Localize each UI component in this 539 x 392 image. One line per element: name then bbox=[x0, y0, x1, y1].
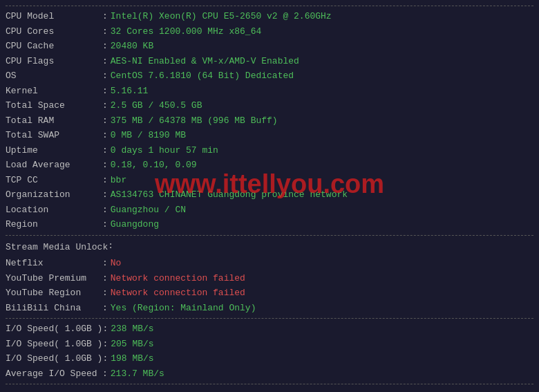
avg-io-value: 213.7 MB/s bbox=[111, 367, 164, 381]
youtube-premium-label: YouTube Premium bbox=[6, 272, 102, 286]
kernel-label: Kernel bbox=[6, 84, 102, 98]
netflix-label: Netflix bbox=[6, 256, 102, 270]
cpu-cores-label: CPU Cores bbox=[6, 25, 102, 39]
io3-row: I/O Speed( 1.0GB ) : 198 MB/s bbox=[6, 351, 533, 366]
bilibili-label: BiliBili China bbox=[6, 301, 102, 315]
kernel-value: 5.16.11 bbox=[111, 84, 149, 98]
region-value: Guangdong bbox=[111, 218, 159, 232]
tcp-cc-label: TCP CC bbox=[6, 174, 102, 187]
kernel-row: Kernel : 5.16.11 bbox=[6, 84, 533, 99]
youtube-premium-value: Network connection failed bbox=[111, 272, 245, 286]
geekbench-title-row: Geekbench v5 CPU Benchmark: bbox=[6, 387, 533, 392]
youtube-region-row: YouTube Region : Network connection fail… bbox=[6, 286, 533, 301]
load-avg-value: 0.18, 0.10, 0.09 bbox=[111, 158, 197, 172]
location-label: Location bbox=[6, 203, 102, 217]
cpu-flags-row: CPU Flags : AES-NI Enabled & VM-x/AMD-V … bbox=[6, 54, 533, 69]
cpu-cache-value: 20480 KB bbox=[111, 39, 153, 53]
cpu-model-value: Intel(R) Xeon(R) CPU E5-2650 v2 @ 2.60GH… bbox=[111, 10, 332, 24]
total-space-value: 2.5 GB / 450.5 GB bbox=[111, 99, 202, 113]
bilibili-row: BiliBili China : Yes (Region: Mainland O… bbox=[6, 301, 533, 316]
io2-value: 205 MB/s bbox=[111, 337, 153, 351]
os-value: CentOS 7.6.1810 (64 Bit) Dedicated bbox=[111, 69, 294, 83]
uptime-row: Uptime : 0 days 1 hour 57 min bbox=[6, 143, 533, 158]
youtube-premium-row: YouTube Premium : Network connection fai… bbox=[6, 271, 533, 286]
org-row: Organization : AS134763 CHINANET Guangdo… bbox=[6, 187, 533, 203]
total-ram-label: Total RAM bbox=[6, 114, 102, 128]
total-swap-row: Total SWAP : 0 MB / 8190 MB bbox=[6, 128, 533, 143]
region-row: Region : Guangdong bbox=[6, 217, 533, 232]
io3-label: I/O Speed( 1.0GB ) bbox=[6, 352, 102, 366]
divider-4 bbox=[6, 384, 533, 384]
cpu-model-label: CPU Model bbox=[6, 10, 102, 24]
org-label: Organization bbox=[6, 188, 102, 202]
tcp-cc-value: bbr bbox=[111, 174, 126, 187]
avg-io-label: Average I/O Speed bbox=[6, 367, 102, 381]
io3-value: 198 MB/s bbox=[111, 352, 153, 366]
uptime-label: Uptime bbox=[6, 144, 102, 158]
io1-label: I/O Speed( 1.0GB ) bbox=[6, 322, 102, 336]
tcp-cc-row: TCP CC : bbr bbox=[6, 173, 533, 188]
geekbench-title: Geekbench v5 CPU Benchmark: bbox=[6, 388, 151, 392]
stream-media-title-row: Stream Media Unlock : bbox=[6, 239, 533, 256]
cpu-cores-value: 32 Cores 1200.000 MHz x86_64 bbox=[111, 25, 261, 39]
load-avg-row: Load Average : 0.18, 0.10, 0.09 bbox=[6, 158, 533, 173]
cpu-flags-label: CPU Flags bbox=[6, 55, 102, 68]
os-row: OS : CentOS 7.6.1810 (64 Bit) Dedicated bbox=[6, 68, 533, 84]
youtube-region-label: YouTube Region bbox=[6, 286, 102, 300]
io1-value: 238 MB/s bbox=[111, 322, 153, 336]
stream-media-title: Stream Media Unlock bbox=[6, 239, 108, 256]
org-value: AS134763 CHINANET Guangdong province net… bbox=[111, 188, 348, 202]
region-label: Region bbox=[6, 218, 102, 232]
divider-2 bbox=[6, 235, 533, 236]
load-avg-label: Load Average bbox=[6, 158, 102, 172]
total-ram-value: 375 MB / 64378 MB (996 MB Buff) bbox=[111, 114, 278, 128]
youtube-region-value: Network connection failed bbox=[111, 286, 245, 300]
divider-3 bbox=[6, 318, 533, 319]
netflix-value: No bbox=[111, 256, 122, 270]
cpu-cache-label: CPU Cache bbox=[6, 39, 102, 53]
total-ram-row: Total RAM : 375 MB / 64378 MB (996 MB Bu… bbox=[6, 113, 533, 129]
total-swap-value: 0 MB / 8190 MB bbox=[111, 129, 186, 142]
io2-label: I/O Speed( 1.0GB ) bbox=[6, 337, 102, 351]
uptime-value: 0 days 1 hour 57 min bbox=[111, 144, 218, 158]
cpu-model-row: CPU Model : Intel(R) Xeon(R) CPU E5-2650… bbox=[6, 9, 533, 24]
os-label: OS bbox=[6, 69, 102, 83]
total-space-row: Total Space : 2.5 GB / 450.5 GB bbox=[6, 98, 533, 113]
io1-row: I/O Speed( 1.0GB ) : 238 MB/s bbox=[6, 321, 533, 337]
cpu-cache-row: CPU Cache : 20480 KB bbox=[6, 39, 533, 54]
location-value: Guangzhou / CN bbox=[111, 203, 186, 217]
total-space-label: Total Space bbox=[6, 99, 102, 113]
cpu-cores-row: CPU Cores : 32 Cores 1200.000 MHz x86_64 bbox=[6, 24, 533, 39]
location-row: Location : Guangzhou / CN bbox=[6, 203, 533, 218]
io2-row: I/O Speed( 1.0GB ) : 205 MB/s bbox=[6, 337, 533, 352]
bilibili-value: Yes (Region: Mainland Only) bbox=[111, 301, 256, 315]
top-divider bbox=[6, 6, 533, 6]
avg-io-row: Average I/O Speed : 213.7 MB/s bbox=[6, 366, 533, 382]
total-swap-label: Total SWAP bbox=[6, 129, 102, 142]
cpu-flags-value: AES-NI Enabled & VM-x/AMD-V Enabled bbox=[111, 55, 299, 68]
netflix-row: Netflix : No bbox=[6, 256, 533, 271]
